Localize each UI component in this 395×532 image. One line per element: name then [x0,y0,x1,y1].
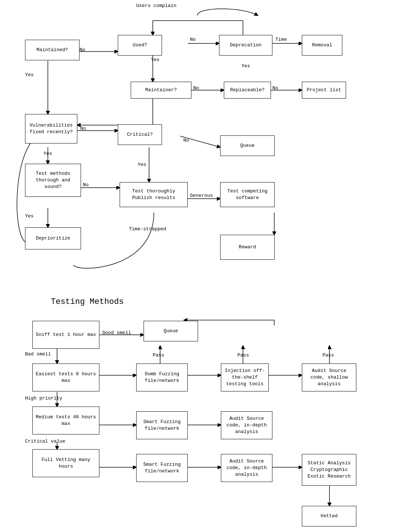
project-list-box: Project list [302,82,346,99]
testing-methods-title: Testing Methods [51,297,124,306]
replaceable-box: Replaceable? [224,82,271,99]
yes-maintained-label: Yes [25,72,33,78]
no-maintained-label: No [80,47,85,53]
pass1-label: Pass [153,352,164,358]
high-priority-label: High priority [25,396,62,401]
vetted-box: Vetted [302,506,356,526]
audit-indepth2-box: Audit Source code, in-depth analysis [221,454,272,482]
bad-smell-label: Bad smell [25,351,51,357]
audit-indepth1-box: Audit Source code, in-depth analysis [221,411,272,439]
easiest-tests-box: Easiest tests 8 hours max [32,363,99,391]
test-thoroughly-box: Test thoroughly Publish results [120,182,188,207]
maintained-box: Maintained? [25,40,80,60]
no-replaceable-label: No [272,85,278,91]
sniff-test-box: Sniff test 1 hour max [32,321,99,349]
no-test-methods-label: No [83,182,89,188]
deprioritize-box: Deprioritize [25,227,81,249]
pass3-label: Pass [322,352,334,358]
queue-top-box: Queue [220,135,275,156]
removal-box: Removal [302,35,342,56]
medium-tests-box: Medium tests 40 hours max [32,407,99,435]
injection-box: Injection off-the-shelf testing tools [221,363,269,391]
pass2-label: Pass [237,352,249,358]
maintainer-box: Maintainer? [131,82,191,99]
yes-vuln-label: Yes [43,151,52,156]
test-methods-box: Test methods thorough and sound? [25,164,81,197]
time-strapped-label: Time-strapped [129,226,166,232]
time-label: Time [275,37,287,42]
smart-fuzzing1-box: Smart Fuzzing file/network [136,411,188,439]
yes-critical-label: Yes [138,162,146,167]
no-critical-label: No [183,138,189,143]
generous-label: Generous [190,193,213,198]
dumb-fuzzing-box: Dumb Fuzzing file/network [136,363,188,391]
no-vuln-label: No [80,126,86,131]
deprecation-box: Deprecation [219,35,272,56]
no-maintainer-label: No [193,85,199,91]
yes-deprecation-label: Yes [241,63,250,69]
vuln-fixed-box: Vulnerabilities fixed recently? [25,114,77,143]
no-used-label: No [190,37,196,42]
critical-value-label: Critical value [25,439,65,444]
yes-test-methods-label: Yes [25,213,33,219]
good-smell-label: Good smell [102,330,131,336]
full-vetting-box: Full Vetting many hours [32,449,99,477]
queue-mid-box: Queue [144,321,198,341]
reward-box: Reward [220,235,275,260]
used-box: Used? [118,35,162,56]
users-complain-label: Users complain [136,3,176,8]
audit-shallow-box: Audit Source code, shallow analysis [302,363,356,391]
smart-fuzzing2-box: Smart Fuzzing file/network [136,454,188,482]
test-competing-box: Test competing software [220,182,275,207]
static-analysis-box: Static Analysis Cryptographic Exotic Res… [302,454,356,486]
yes-used-label: Yes [151,57,159,63]
critical-box: Critical? [118,124,162,145]
